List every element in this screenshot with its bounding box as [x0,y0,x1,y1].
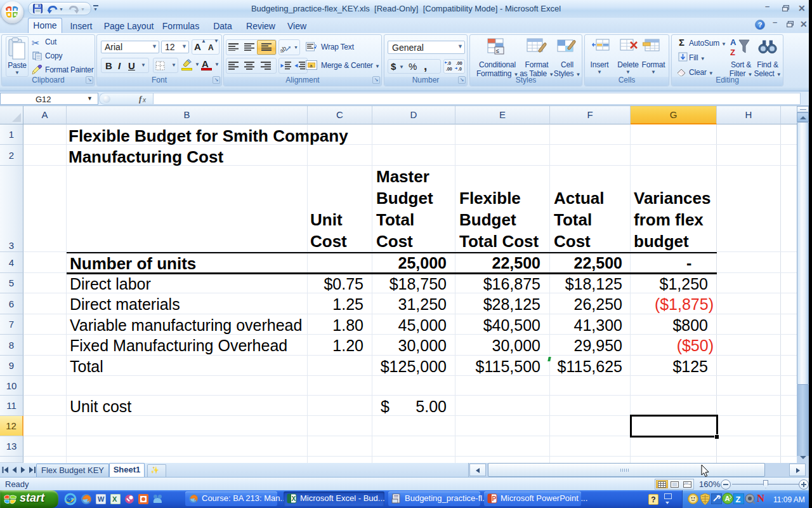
svg-text:≤: ≤ [496,48,499,54]
svg-text:Z: Z [736,495,741,504]
svg-text:.00: .00 [456,61,462,65]
svg-text:A: A [725,495,730,502]
svg-text:X: X [292,495,296,502]
svg-text:W: W [98,495,105,503]
svg-text:Z: Z [730,48,735,57]
svg-text:a: a [310,63,313,69]
svg-text:.0: .0 [458,67,462,71]
svg-text:ab: ab [280,44,288,53]
svg-text:.00: .00 [446,67,452,71]
svg-text:P: P [492,495,497,502]
svg-text:.0: .0 [447,61,451,65]
svg-text:e: e [67,495,72,504]
svg-text:A: A [730,37,737,47]
svg-text:X: X [112,495,117,503]
